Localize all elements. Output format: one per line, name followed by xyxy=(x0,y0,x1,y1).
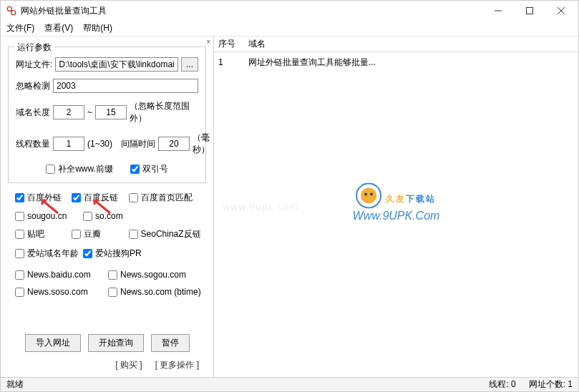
domain-len-max-input[interactable] xyxy=(95,105,127,119)
col-index: 序号 xyxy=(218,38,244,50)
list-row[interactable]: 1 网址外链批量查询工具能够批量... xyxy=(218,55,574,69)
interval-unit: （毫秒） xyxy=(193,132,210,156)
menu-bar: 文件(F) 查看(V) 帮助(H) xyxy=(1,21,578,36)
import-button[interactable]: 导入网址 xyxy=(25,334,81,352)
thread-note: (1~30) xyxy=(87,139,112,149)
app-icon xyxy=(6,6,16,16)
pause-button[interactable]: 暂停 xyxy=(151,334,190,352)
status-ready: 就绪 xyxy=(6,378,24,391)
thread-input[interactable] xyxy=(53,137,84,151)
cb-news-sogou[interactable]: News.sogou.com xyxy=(108,270,186,280)
url-file-label: 网址文件: xyxy=(16,59,52,71)
menu-help[interactable]: 帮助(H) xyxy=(83,22,112,34)
logo-icon xyxy=(356,182,381,208)
interval-input[interactable] xyxy=(158,137,190,151)
buy-link[interactable]: [ 购买 ] xyxy=(115,359,142,371)
menu-file[interactable]: 文件(F) xyxy=(6,22,34,34)
pane-close-icon[interactable]: × xyxy=(206,38,210,46)
cb-news-soso[interactable]: News.soso.com xyxy=(15,287,88,297)
cb-baidu-ext[interactable]: 百度外链 xyxy=(15,192,62,204)
svg-point-9 xyxy=(364,192,367,195)
cb-baidu-back[interactable]: 百度反链 xyxy=(72,192,118,204)
domain-len-note: （忽略长度范围外） xyxy=(130,100,198,124)
params-group: 运行参数 网址文件: ... 忽略检测 域名长度 ~ （忽略长度范围外） 线程数… xyxy=(8,46,206,183)
maximize-button[interactable] xyxy=(514,1,545,20)
svg-line-2 xyxy=(11,10,12,11)
ignore-detect-input[interactable] xyxy=(53,79,198,93)
engine-checks: 百度外链 百度反链 百度首页匹配 sougou.cn so.com 贴吧 豆瓣 … xyxy=(1,187,213,307)
cb-sogou[interactable]: sougou.cn xyxy=(15,211,67,221)
window-title: 网站外链批量查询工具 xyxy=(21,5,482,17)
close-button[interactable] xyxy=(545,1,577,20)
menu-view[interactable]: 查看(V) xyxy=(44,22,73,34)
cb-news-baidu[interactable]: News.baidu.com xyxy=(15,270,91,280)
status-count: 网址个数: 1 xyxy=(529,378,573,391)
cb-so[interactable]: so.com xyxy=(83,211,123,221)
cb-tieba[interactable]: 贴吧 xyxy=(15,228,44,240)
url-file-input[interactable] xyxy=(55,57,178,72)
watermark: 久友下载站 Www.9UPK.Com xyxy=(353,182,440,222)
start-button[interactable]: 开始查询 xyxy=(88,334,144,352)
cb-seochinaz[interactable]: SeoChinaZ反链 xyxy=(129,228,201,240)
left-pane: × 运行参数 网址文件: ... 忽略检测 域名长度 ~ （忽略长度范围外） 线… xyxy=(1,36,214,377)
browse-button[interactable]: ... xyxy=(181,57,198,72)
thread-label: 线程数量 xyxy=(16,138,50,150)
cb-aizhan-pr[interactable]: 爱站搜狗PR xyxy=(83,248,142,260)
svg-rect-4 xyxy=(527,8,533,14)
list-body: 1 网址外链批量查询工具能够批量... xyxy=(214,52,578,72)
cb-www[interactable]: 补全www.前缀 xyxy=(46,163,113,175)
right-pane: 序号 域名 1 网址外链批量查询工具能够批量... www.9upk.com 久… xyxy=(214,36,578,377)
domain-len-sep: ~ xyxy=(87,107,92,117)
list-header: 序号 域名 xyxy=(214,36,578,52)
minimize-button[interactable] xyxy=(482,1,514,20)
ignore-detect-label: 忽略检测 xyxy=(16,80,50,92)
watermark-url: Www.9UPK.Com xyxy=(353,210,440,222)
cb-news-so[interactable]: News.so.com (btime) xyxy=(108,287,201,297)
cb-baidu-home[interactable]: 百度首页匹配 xyxy=(129,192,193,204)
row-domain: 网址外链批量查询工具能够批量... xyxy=(248,57,574,69)
title-bar: 网站外链批量查询工具 xyxy=(1,1,578,21)
status-bar: 就绪 线程: 0 网址个数: 1 xyxy=(1,377,578,391)
status-threads: 线程: 0 xyxy=(489,378,515,391)
interval-label: 间隔时间 xyxy=(121,138,155,150)
row-index: 1 xyxy=(218,57,244,67)
watermark-bg: www.9upk.com xyxy=(223,201,298,212)
domain-len-label: 域名长度 xyxy=(16,107,50,119)
more-link[interactable]: [ 更多操作 ] xyxy=(155,359,199,371)
group-legend: 运行参数 xyxy=(14,41,54,54)
cb-douban[interactable]: 豆瓣 xyxy=(72,228,101,240)
svg-point-10 xyxy=(370,192,373,195)
col-domain: 域名 xyxy=(248,38,574,50)
svg-point-7 xyxy=(356,183,381,207)
domain-len-min-input[interactable] xyxy=(53,105,84,119)
svg-point-8 xyxy=(361,187,376,203)
cb-quote[interactable]: 双引号 xyxy=(130,163,168,175)
cb-aizhan-age[interactable]: 爱站域名年龄 xyxy=(15,248,79,260)
